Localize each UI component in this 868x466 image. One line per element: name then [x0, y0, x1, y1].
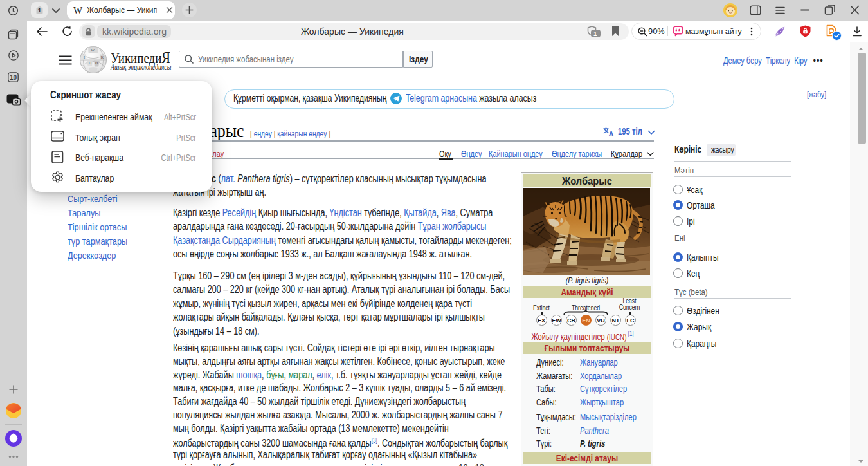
- svg-text:A: A: [609, 130, 614, 137]
- svg-text:П: П: [89, 61, 92, 65]
- svg-text:10: 10: [10, 74, 17, 81]
- svg-text:И: И: [95, 61, 98, 65]
- svg-text:K: K: [101, 55, 104, 59]
- svg-text:1: 1: [38, 6, 42, 14]
- svg-text:I: I: [84, 55, 85, 59]
- svg-text:W: W: [91, 48, 95, 52]
